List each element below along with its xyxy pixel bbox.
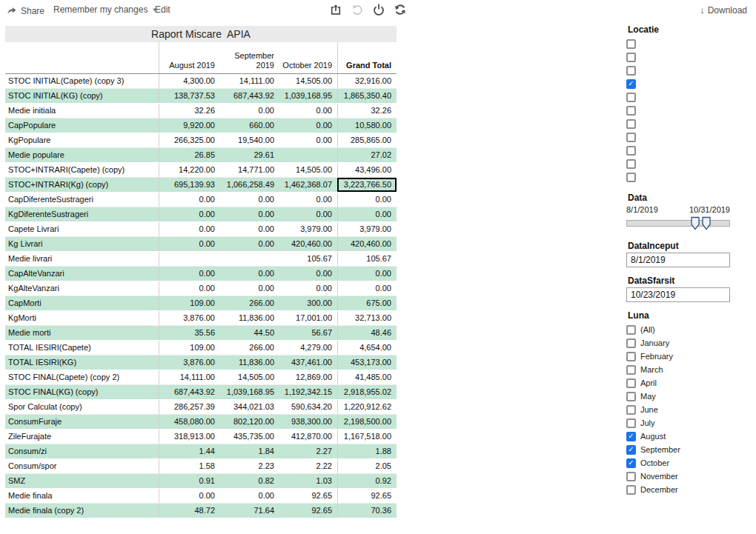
checkbox-icon[interactable] bbox=[626, 392, 636, 401]
checkbox-icon[interactable] bbox=[626, 39, 636, 49]
slider-handle-start[interactable] bbox=[692, 218, 699, 230]
table-cell[interactable]: 4,300.00 bbox=[159, 74, 220, 88]
table-cell[interactable]: 687,443.92 bbox=[220, 89, 279, 103]
table-cell[interactable]: 0.00 bbox=[159, 237, 220, 251]
table-cell[interactable]: 0.00 bbox=[220, 281, 279, 296]
table-cell[interactable]: 10,580.00 bbox=[337, 119, 397, 133]
datasfarsit-input[interactable] bbox=[626, 287, 730, 302]
export-icon[interactable] bbox=[329, 3, 342, 16]
table-cell[interactable]: 48.46 bbox=[337, 326, 397, 340]
table-cell[interactable]: 0.82 bbox=[220, 474, 279, 488]
table-cell[interactable]: 12,869.00 bbox=[279, 370, 337, 384]
table-cell[interactable]: 1.44 bbox=[159, 444, 220, 458]
table-cell[interactable]: 3,876.00 bbox=[159, 311, 220, 325]
table-cell[interactable]: 3,223,766.50 bbox=[337, 178, 397, 192]
luna-item[interactable]: May bbox=[626, 390, 680, 403]
table-cell[interactable]: 48.72 bbox=[159, 504, 220, 518]
table-cell[interactable]: 0.00 bbox=[220, 207, 279, 221]
row-label[interactable]: Medie livrari bbox=[5, 252, 159, 266]
checkbox-icon[interactable] bbox=[626, 405, 636, 415]
table-cell[interactable]: 0.00 bbox=[279, 104, 337, 118]
table-cell[interactable]: 0.92 bbox=[337, 474, 397, 488]
row-label[interactable]: ConsumFuraje bbox=[5, 415, 159, 429]
table-cell[interactable]: 70.36 bbox=[337, 504, 397, 518]
table-cell[interactable]: 1,865,350.40 bbox=[337, 89, 397, 103]
table-cell[interactable]: 32,713.00 bbox=[337, 311, 397, 325]
table-cell[interactable]: 109.00 bbox=[159, 296, 220, 310]
table-cell[interactable]: 14,505.00 bbox=[220, 370, 279, 384]
table-cell[interactable]: 0.00 bbox=[337, 207, 397, 221]
checkbox-icon[interactable] bbox=[626, 106, 636, 116]
row-label[interactable]: Capete Livrari bbox=[5, 222, 159, 236]
power-icon[interactable] bbox=[372, 3, 385, 16]
luna-item[interactable]: June bbox=[626, 403, 680, 416]
row-label[interactable]: KgPopulare bbox=[5, 133, 159, 147]
row-label[interactable]: CapAlteVanzari bbox=[5, 267, 159, 281]
table-cell[interactable]: 17,001.00 bbox=[279, 311, 337, 325]
luna-item[interactable]: February bbox=[626, 350, 680, 363]
table-cell[interactable]: 0.00 bbox=[279, 133, 337, 147]
table-cell[interactable]: 0.91 bbox=[159, 474, 220, 488]
table-cell[interactable]: 412,870.00 bbox=[279, 430, 337, 444]
table-cell[interactable]: 344,021.03 bbox=[220, 400, 279, 414]
checkbox-checked-icon[interactable]: ✓ bbox=[626, 79, 636, 89]
checkbox-checked-icon[interactable]: ✓ bbox=[626, 445, 636, 455]
luna-item[interactable]: November bbox=[626, 470, 680, 483]
table-cell[interactable]: 435,735.00 bbox=[220, 430, 279, 444]
table-cell[interactable]: 11,836.00 bbox=[220, 356, 279, 370]
row-label[interactable]: CapMorti bbox=[5, 296, 159, 310]
table-cell[interactable]: 3,876.00 bbox=[159, 356, 220, 370]
checkbox-icon[interactable] bbox=[626, 93, 636, 102]
checkbox-icon[interactable] bbox=[626, 119, 636, 129]
table-cell[interactable]: 105.67 bbox=[279, 252, 337, 266]
table-cell[interactable]: 675.00 bbox=[337, 296, 397, 310]
row-label[interactable]: Medie finala (copy 2) bbox=[5, 504, 159, 518]
table-cell[interactable]: 1,066,258.49 bbox=[220, 178, 279, 192]
row-label[interactable]: Kg Livrari bbox=[5, 237, 159, 251]
table-cell[interactable]: 138,737.53 bbox=[159, 89, 220, 103]
table-cell[interactable]: 286,257.39 bbox=[159, 400, 220, 414]
locatie-item[interactable]: . bbox=[626, 90, 640, 104]
row-label[interactable]: ZileFurajate bbox=[5, 430, 159, 444]
table-cell[interactable] bbox=[159, 252, 220, 266]
table-cell[interactable]: 4,654.00 bbox=[337, 341, 397, 355]
table-cell[interactable]: 14,111.00 bbox=[159, 370, 220, 384]
table-cell[interactable]: 285,865.00 bbox=[337, 133, 397, 147]
checkbox-icon[interactable] bbox=[626, 378, 636, 388]
datainceput-input[interactable] bbox=[626, 253, 730, 267]
table-cell[interactable]: 0.00 bbox=[220, 222, 279, 236]
table-cell[interactable]: 1,462,368.07 bbox=[279, 178, 337, 192]
table-cell[interactable]: 9,920.00 bbox=[159, 119, 220, 133]
table-cell[interactable]: 1,039,168.95 bbox=[220, 385, 279, 399]
row-label[interactable]: TOTAL IESIRI(Capete) bbox=[5, 341, 159, 355]
luna-item[interactable]: July bbox=[626, 416, 680, 430]
table-cell[interactable]: 1,167,518.00 bbox=[337, 430, 397, 444]
table-cell[interactable]: 0.00 bbox=[159, 267, 220, 281]
luna-item[interactable]: ✓October bbox=[626, 456, 680, 470]
table-cell[interactable]: 32.26 bbox=[337, 104, 397, 118]
table-cell[interactable]: 29.61 bbox=[220, 148, 279, 162]
table-cell[interactable]: 105.67 bbox=[337, 252, 397, 266]
date-range-slider[interactable] bbox=[626, 216, 730, 231]
row-label[interactable]: STOC INITIAL(KG) (copy) bbox=[5, 89, 159, 103]
table-cell[interactable]: 458,080.00 bbox=[159, 415, 220, 429]
table-cell[interactable]: 109.00 bbox=[159, 341, 220, 355]
table-cell[interactable]: 660.00 bbox=[220, 119, 279, 133]
table-cell[interactable]: 32.26 bbox=[159, 104, 220, 118]
row-label[interactable]: KgDiferenteSustrageri bbox=[5, 207, 159, 221]
table-cell[interactable]: 0.00 bbox=[279, 281, 337, 296]
table-cell[interactable]: 11,836.00 bbox=[220, 311, 279, 325]
table-cell[interactable]: 32,916.00 bbox=[337, 74, 397, 88]
row-label[interactable]: KgMorti bbox=[5, 311, 159, 325]
table-cell[interactable]: 14,111.00 bbox=[220, 74, 279, 88]
table-cell[interactable]: 2,198,500.00 bbox=[337, 415, 397, 429]
table-cell[interactable]: 0.00 bbox=[279, 119, 337, 133]
luna-item[interactable]: January bbox=[626, 336, 680, 350]
table-cell[interactable]: 2.27 bbox=[279, 444, 337, 458]
row-label[interactable]: SMZ bbox=[5, 474, 159, 488]
table-cell[interactable]: 1.88 bbox=[337, 444, 397, 458]
locatie-item[interactable]: . bbox=[626, 37, 640, 50]
table-cell[interactable]: 802,120.00 bbox=[220, 415, 279, 429]
table-cell[interactable]: 0.00 bbox=[159, 207, 220, 221]
slider-handle-end[interactable] bbox=[703, 218, 710, 230]
